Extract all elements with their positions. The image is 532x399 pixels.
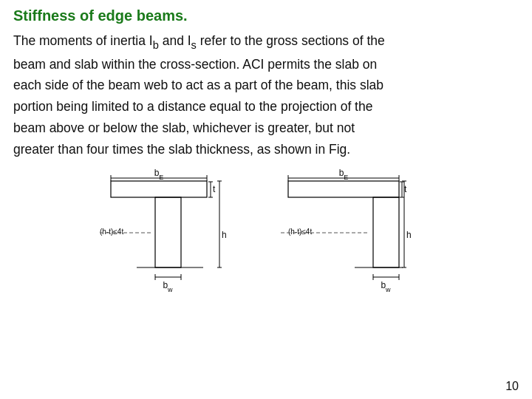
svg-text:bE: bE bbox=[154, 168, 164, 181]
svg-text:bE: bE bbox=[339, 168, 349, 181]
body-text: The moments of inertia Ib and Is refer t… bbox=[13, 30, 519, 160]
svg-text:h: h bbox=[222, 230, 227, 240]
svg-text:(h-t)≤4t: (h-t)≤4t bbox=[288, 228, 312, 236]
svg-text:t: t bbox=[404, 184, 407, 194]
svg-text:bw: bw bbox=[163, 280, 173, 293]
svg-rect-4 bbox=[111, 181, 207, 197]
page-number: 10 bbox=[505, 380, 519, 393]
svg-rect-30 bbox=[373, 197, 399, 267]
svg-text:t: t bbox=[213, 184, 216, 194]
figures-row: bE t (h-t)≤4t h bbox=[13, 168, 519, 301]
text-line1: The moments of inertia Ib and Is refer t… bbox=[13, 33, 385, 48]
svg-text:(h-t)≤4t: (h-t)≤4t bbox=[100, 228, 123, 236]
page-title: Stiffness of edge beams. bbox=[13, 7, 519, 24]
text-line2: beam and slab within the cross-section. … bbox=[13, 57, 377, 72]
sub-b: b bbox=[153, 39, 159, 51]
text-line6: greater than four times the slab thickne… bbox=[13, 142, 350, 157]
svg-text:bw: bw bbox=[381, 280, 391, 293]
svg-rect-25 bbox=[288, 181, 399, 197]
svg-rect-9 bbox=[155, 197, 181, 267]
svg-text:h: h bbox=[406, 230, 412, 240]
text-line4: portion being limited to a distance equa… bbox=[13, 99, 372, 114]
text-line3: each side of the beam web to act as a pa… bbox=[13, 78, 383, 92]
page: Stiffness of edge beams. The moments of … bbox=[0, 0, 532, 399]
figure2: bE t (h-t)≤4t h bw bbox=[277, 168, 436, 301]
text-line5: beam above or below the slab, whichever … bbox=[13, 120, 355, 135]
sub-s: s bbox=[191, 39, 197, 51]
figure1: bE t (h-t)≤4t h bbox=[96, 168, 255, 301]
